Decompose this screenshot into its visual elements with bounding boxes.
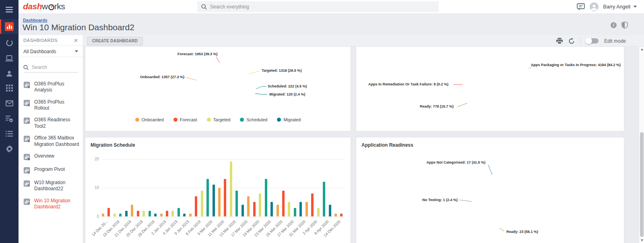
bar[interactable]: [265, 179, 267, 216]
donut-slice-scheduled[interactable]: [236, 87, 255, 93]
print-icon[interactable]: [556, 38, 563, 44]
bar[interactable]: [230, 162, 232, 216]
bar[interactable]: [235, 191, 238, 216]
bar[interactable]: [247, 196, 250, 216]
bar[interactable]: [305, 202, 308, 216]
nav-dashboards-icon[interactable]: [0, 19, 19, 34]
bar[interactable]: [242, 205, 244, 216]
dashboards-search-input[interactable]: [32, 64, 72, 70]
nav-devices-icon[interactable]: [0, 51, 19, 66]
feedback-bubble-icon[interactable]: [577, 3, 585, 10]
user-name[interactable]: Barry Angell: [603, 4, 630, 10]
dashboard-list-item[interactable]: Program Pivot: [19, 164, 83, 177]
dashworks-logo[interactable]: dashwrks: [23, 2, 65, 11]
bar[interactable]: [253, 202, 256, 216]
bar[interactable]: [282, 191, 285, 216]
bar[interactable]: [224, 179, 226, 216]
info-icon[interactable]: i: [611, 22, 617, 28]
nav-settings-gear-icon[interactable]: [0, 141, 19, 156]
bar[interactable]: [270, 202, 273, 216]
nav-mailboxes-icon[interactable]: [0, 96, 19, 110]
legend-item-forecast[interactable]: Forecast: [173, 117, 197, 122]
bar[interactable]: [183, 214, 186, 216]
bar[interactable]: [206, 179, 209, 216]
bar[interactable]: [277, 205, 279, 216]
bar[interactable]: [299, 202, 302, 216]
bar[interactable]: [195, 196, 197, 216]
donut-slice-migrated[interactable]: [236, 91, 255, 94]
dashboard-list-item[interactable]: W10 Migration Dashboard22: [19, 177, 83, 195]
dashboard-list-item[interactable]: O365 Readiness Tool2: [19, 114, 83, 132]
user-avatar[interactable]: [590, 2, 599, 11]
bar[interactable]: [317, 208, 320, 216]
legend-item-onboarded[interactable]: Onboarded: [135, 117, 164, 122]
dashboard-list-item[interactable]: Overview: [19, 150, 83, 164]
scroll-down-arrow[interactable]: [639, 238, 644, 243]
dashboard-list-item[interactable]: Office 365 Mailbox Migration Dashboard: [19, 132, 83, 150]
bar[interactable]: [119, 214, 122, 216]
bar[interactable]: [288, 202, 290, 216]
global-search-input[interactable]: [210, 4, 427, 10]
bar[interactable]: [102, 214, 104, 216]
bar[interactable]: [329, 205, 331, 216]
pie-slice-apps-packaging-or-tasks-in-progress[interactable]: [463, 50, 535, 122]
dashboard-list-item[interactable]: O365 ProPlus Analysis: [19, 78, 83, 96]
refresh-icon[interactable]: [568, 38, 575, 44]
bar[interactable]: [131, 205, 133, 216]
pie-slice-apps-in-remediation-or-task-failure[interactable]: [463, 85, 499, 86]
vertical-scrollbar[interactable]: [639, 47, 644, 243]
bar[interactable]: [294, 208, 296, 216]
bar[interactable]: [201, 191, 203, 216]
legend-item-targeted[interactable]: Targeted: [207, 117, 231, 122]
bar[interactable]: [125, 211, 128, 216]
pie-slice-ready[interactable]: [463, 85, 499, 115]
bar[interactable]: [137, 211, 139, 216]
nav-lists-icon[interactable]: [0, 127, 19, 141]
bar[interactable]: [171, 211, 174, 216]
bar[interactable]: [311, 193, 314, 216]
nav-tasks-icon[interactable]: [0, 112, 19, 126]
pie-slice-apps-not-categorised[interactable]: [472, 174, 522, 201]
legend-item-migrated[interactable]: Migrated: [277, 117, 301, 122]
bar[interactable]: [218, 188, 221, 217]
bar[interactable]: [334, 214, 337, 216]
global-search[interactable]: [197, 1, 439, 12]
application-readiness-panel: Application Readiness Apps Not Categoris…: [356, 137, 624, 243]
bar[interactable]: [166, 211, 168, 216]
user-menu-chevron-icon[interactable]: [634, 6, 637, 8]
bar[interactable]: [340, 214, 343, 216]
donut-slice-targeted[interactable]: [230, 66, 254, 91]
nav-applications-icon[interactable]: [0, 81, 19, 95]
donut-slice-forecast[interactable]: [203, 62, 239, 85]
edit-mode-toggle[interactable]: [586, 38, 599, 44]
bar[interactable]: [160, 214, 163, 216]
hamburger-menu-icon[interactable]: [0, 2, 19, 17]
pie-slice-no-testing[interactable]: [472, 201, 499, 205]
breadcrumb[interactable]: Dashboards: [23, 18, 47, 23]
bar[interactable]: [189, 214, 192, 216]
bar[interactable]: [154, 214, 157, 216]
create-dashboard-button[interactable]: CREATE DASHBOARD: [87, 37, 143, 45]
bar[interactable]: [178, 208, 180, 216]
bar[interactable]: [142, 211, 145, 216]
scrollbar-thumb[interactable]: [640, 132, 644, 237]
dashboard-list-item[interactable]: O365 ProPlus Rollout: [19, 96, 83, 114]
scroll-up-arrow[interactable]: [639, 47, 644, 52]
dashboard-user-icon: [23, 167, 31, 174]
shield-icon[interactable]: [621, 21, 628, 29]
nav-users-icon[interactable]: [0, 66, 19, 81]
dashboard-list-item[interactable]: Win 10 Migration Dashboard2: [19, 195, 83, 213]
bar[interactable]: [213, 185, 215, 216]
donut-slice-onboarded[interactable]: [192, 70, 216, 94]
bar[interactable]: [259, 193, 261, 216]
nav-projects-icon[interactable]: [0, 35, 19, 50]
bar[interactable]: [149, 211, 151, 216]
close-icon[interactable]: ✕: [74, 37, 78, 44]
dashboards-search[interactable]: [23, 64, 78, 73]
bar[interactable]: [114, 214, 116, 216]
dashboards-filter-select[interactable]: All Dashboards: [19, 46, 83, 57]
pie-slice-ready[interactable]: [472, 188, 526, 228]
bar[interactable]: [323, 182, 325, 216]
bar[interactable]: [107, 208, 110, 216]
legend-item-scheduled[interactable]: Scheduled: [240, 117, 267, 122]
